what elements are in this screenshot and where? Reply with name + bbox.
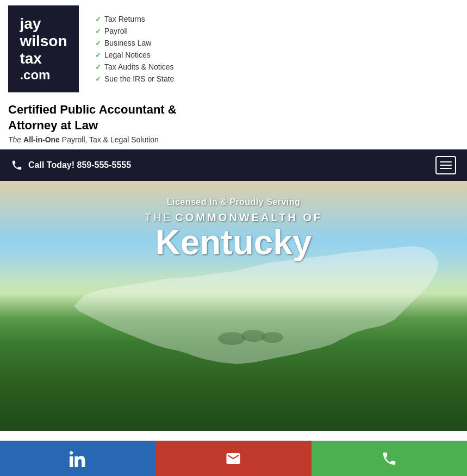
hamburger-line [440,168,452,169]
checkmark-icon: ✓ [95,51,101,59]
logo-line4: .com [20,67,67,83]
call-bar-left: Call Today! 859-555-5555 [11,159,131,171]
tagline-bold: All-in-One [23,135,60,144]
service-label: Tax Returns [104,15,145,23]
hamburger-line [440,165,452,166]
hero-the-text: THE [145,211,173,223]
tagline-rest: Payroll, Tax & Legal Solution [62,135,159,144]
checkmark-icon: ✓ [95,27,101,35]
footer-bar [0,441,467,476]
hamburger-line [440,161,452,162]
logo-line2: wilson [20,33,67,50]
hero-state-text: Kentucky [145,225,322,260]
hero-commonwealth-text: Commonwealth OF [175,211,322,223]
tagline-title: Certified Public Accountant &Attorney at… [8,102,459,133]
checkmark-icon: ✓ [95,15,101,23]
logo-text: jay wilson tax .com [20,15,67,83]
tagline-sub: The All-in-One Payroll, Tax & Legal Solu… [8,135,459,144]
email-icon [225,450,241,467]
email-button[interactable] [155,441,311,476]
hero-subtitle: THE Commonwealth OF [145,211,322,224]
call-label: Call Today! 859-555-5555 [28,160,131,170]
logo: jay wilson tax .com [8,5,79,92]
list-item: ✓ Payroll [95,27,174,35]
list-item: ✓ Sue the IRS or State [95,74,174,83]
logo-line1: jay [20,15,67,33]
tagline-area: Certified Public Accountant &Attorney at… [0,98,467,149]
svg-point-1 [241,330,265,342]
header: jay wilson tax .com ✓ Tax Returns ✓ Payr… [0,0,467,98]
checkmark-icon: ✓ [95,63,101,71]
tagline-italic: The [8,135,21,144]
service-label: Sue the IRS or State [104,74,174,83]
call-prefix: Call Today! [28,160,74,170]
hero-licensed-text: Licensed In & Proudly Serving [145,197,322,207]
svg-point-0 [218,332,245,345]
list-item: ✓ Tax Audits & Notices [95,62,174,71]
call-bar: Call Today! 859-555-5555 [0,149,467,181]
phone-icon [11,159,23,171]
service-label: Business Law [104,39,151,47]
list-item: ✓ Tax Returns [95,15,174,23]
list-item: ✓ Business Law [95,39,174,47]
hero-text: Licensed In & Proudly Serving THE Common… [145,197,322,260]
phone-button[interactable] [312,441,467,476]
linkedin-button[interactable] [0,441,155,476]
hero-of-text: OF [303,211,322,223]
linkedin-icon [70,450,86,467]
hero-section: Licensed In & Proudly Serving THE Common… [0,181,467,431]
services-list: ✓ Tax Returns ✓ Payroll ✓ Business Law ✓… [95,15,174,83]
service-label: Tax Audits & Notices [104,62,174,71]
service-label: Payroll [104,27,128,35]
checkmark-icon: ✓ [95,39,101,47]
service-label: Legal Notices [104,51,151,59]
call-number: 859-555-5555 [77,160,132,170]
svg-point-2 [261,332,283,343]
phone-footer-icon [381,450,397,467]
checkmark-icon: ✓ [95,75,101,83]
list-item: ✓ Legal Notices [95,51,174,59]
logo-line3: tax [20,50,67,67]
hamburger-button[interactable] [435,156,456,174]
